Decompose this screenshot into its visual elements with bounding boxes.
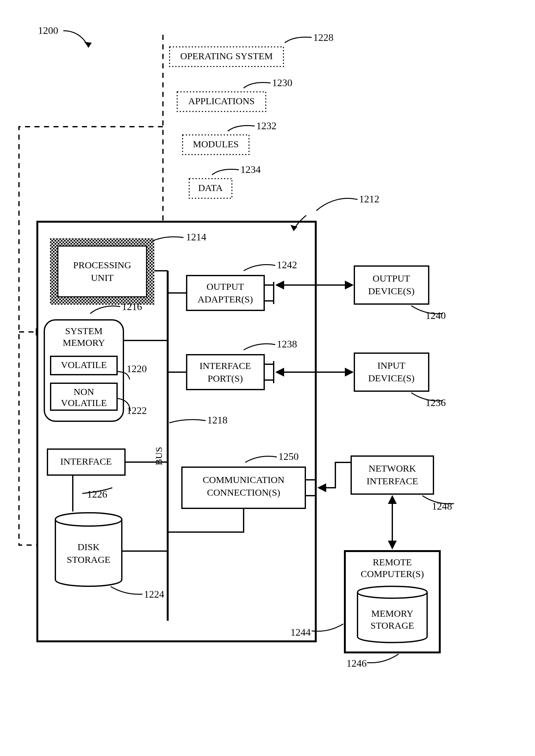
- svg-text:MODULES: MODULES: [193, 139, 239, 149]
- svg-text:1214: 1214: [186, 231, 206, 243]
- svg-text:SYSTEM: SYSTEM: [65, 326, 102, 336]
- svg-text:INTERFACE: INTERFACE: [200, 360, 251, 371]
- svg-text:1234: 1234: [240, 164, 261, 175]
- svg-text:OPERATING SYSTEM: OPERATING SYSTEM: [180, 51, 273, 61]
- svg-text:1236: 1236: [426, 397, 446, 408]
- svg-text:INPUT: INPUT: [378, 360, 405, 371]
- svg-text:1224: 1224: [144, 589, 164, 600]
- svg-marker-66: [345, 281, 354, 289]
- box-network-interface: [351, 456, 434, 494]
- svg-text:1216: 1216: [122, 301, 142, 312]
- computer-system-diagram: 1200 OPERATING SYSTEM 1228 APPLICATIONS …: [0, 0, 535, 756]
- svg-text:DEVICE(S): DEVICE(S): [368, 373, 415, 383]
- svg-text:NON: NON: [74, 386, 94, 397]
- svg-text:1240: 1240: [426, 310, 446, 321]
- svg-text:1230: 1230: [272, 77, 292, 88]
- svg-text:MEMORY: MEMORY: [63, 337, 105, 348]
- svg-text:1242: 1242: [277, 259, 297, 270]
- svg-text:VOLATILE: VOLATILE: [61, 398, 107, 408]
- svg-text:VOLATILE: VOLATILE: [61, 359, 107, 370]
- box-interface-port: [187, 355, 264, 390]
- svg-marker-0: [84, 42, 92, 47]
- svg-text:OUTPUT: OUTPUT: [207, 281, 244, 292]
- svg-text:1244: 1244: [291, 626, 311, 638]
- svg-text:COMPUTER(S): COMPUTER(S): [361, 568, 424, 579]
- box-processing-unit: [50, 238, 155, 305]
- svg-marker-76: [317, 483, 326, 492]
- box-input-device: [354, 353, 429, 391]
- svg-text:PORT(S): PORT(S): [208, 373, 243, 384]
- svg-text:ADAPTER(S): ADAPTER(S): [197, 294, 253, 305]
- svg-text:OUTPUT: OUTPUT: [373, 273, 410, 284]
- svg-text:INTERFACE: INTERFACE: [367, 476, 418, 486]
- svg-text:1226: 1226: [87, 488, 107, 500]
- svg-marker-78: [388, 495, 397, 504]
- svg-text:CONNECTION(S): CONNECTION(S): [207, 487, 280, 498]
- svg-text:1218: 1218: [207, 414, 228, 426]
- svg-text:1250: 1250: [278, 451, 299, 462]
- svg-text:PROCESSING: PROCESSING: [73, 260, 131, 270]
- svg-marker-79: [388, 541, 397, 550]
- svg-text:REMOTE: REMOTE: [373, 557, 411, 567]
- svg-marker-72: [345, 368, 354, 377]
- ref-figure: 1200: [38, 25, 58, 36]
- svg-text:DATA: DATA: [198, 182, 223, 193]
- box-output-device: [354, 266, 429, 304]
- box-output-adapter: [187, 276, 264, 310]
- svg-text:STORAGE: STORAGE: [371, 620, 414, 631]
- svg-text:1220: 1220: [127, 363, 147, 374]
- svg-text:1246: 1246: [347, 657, 367, 669]
- svg-text:UNIT: UNIT: [91, 272, 114, 283]
- svg-text:1222: 1222: [127, 405, 147, 416]
- svg-text:INTERFACE: INTERFACE: [60, 456, 112, 467]
- svg-rect-17: [58, 246, 147, 297]
- svg-text:1212: 1212: [359, 193, 379, 205]
- svg-text:NETWORK: NETWORK: [369, 463, 416, 473]
- svg-text:1248: 1248: [432, 500, 452, 512]
- svg-text:DISK: DISK: [77, 542, 100, 552]
- svg-text:APPLICATIONS: APPLICATIONS: [188, 96, 255, 106]
- svg-text:MEMORY: MEMORY: [371, 608, 413, 619]
- svg-text:1228: 1228: [313, 32, 333, 43]
- svg-text:1232: 1232: [256, 120, 276, 132]
- svg-text:STORAGE: STORAGE: [67, 554, 110, 565]
- svg-text:DEVICE(S): DEVICE(S): [368, 286, 415, 296]
- svg-text:COMMUNICATION: COMMUNICATION: [203, 474, 284, 485]
- svg-text:1238: 1238: [277, 338, 297, 350]
